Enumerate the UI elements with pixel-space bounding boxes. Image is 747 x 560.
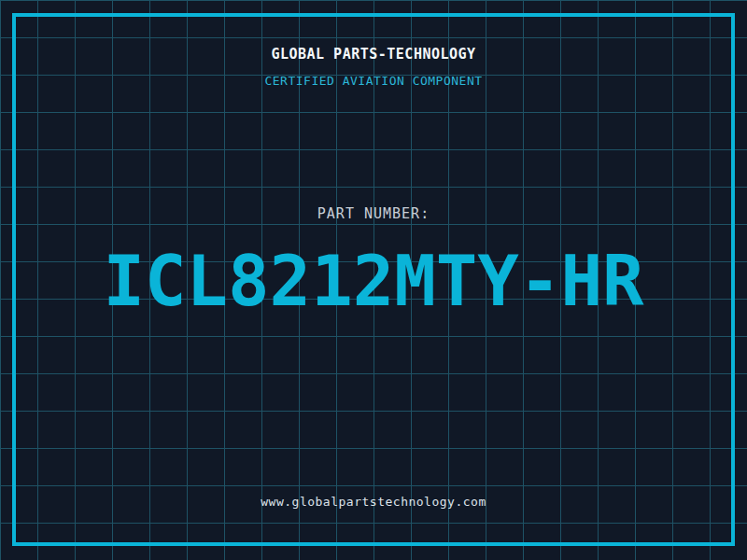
company-name: GLOBAL PARTS-TECHNOLOGY bbox=[0, 46, 747, 63]
part-number-value: ICL8212MTY-HR bbox=[0, 241, 747, 321]
website-url: www.globalpartstechnology.com bbox=[0, 495, 747, 509]
part-number-label: PART NUMBER: bbox=[0, 205, 747, 222]
certification-tagline: CERTIFIED AVIATION COMPONENT bbox=[0, 74, 747, 88]
blueprint-page: GLOBAL PARTS-TECHNOLOGY CERTIFIED AVIATI… bbox=[0, 0, 747, 560]
